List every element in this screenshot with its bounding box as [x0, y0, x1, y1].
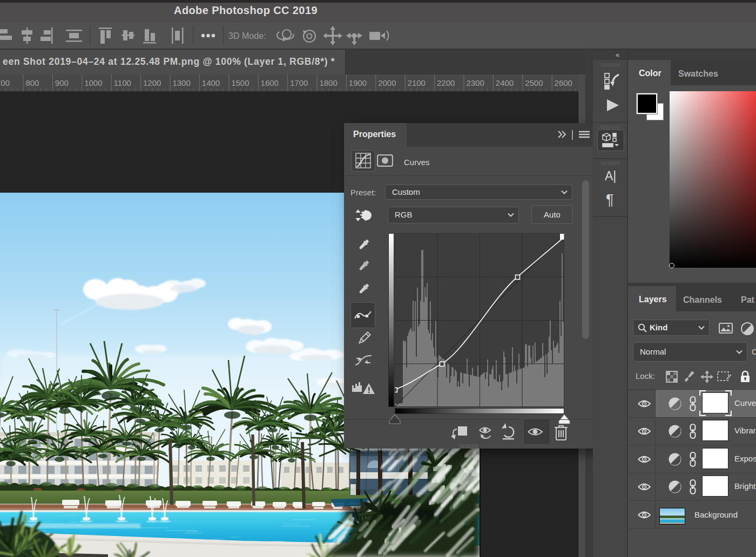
svg-text:2200: 2200: [437, 78, 455, 87]
svg-text:1000: 1000: [84, 78, 102, 87]
svg-text:1200: 1200: [143, 78, 161, 87]
svg-text:2300: 2300: [466, 78, 484, 87]
svg-text:3D Mode:: 3D Mode:: [228, 31, 266, 40]
svg-text:2000: 2000: [378, 78, 396, 87]
svg-text:700: 700: [0, 78, 10, 87]
svg-text:2100: 2100: [408, 78, 426, 87]
svg-text:800: 800: [25, 78, 39, 87]
svg-text:1600: 1600: [261, 78, 279, 87]
svg-text:2400: 2400: [496, 78, 514, 87]
svg-text:1400: 1400: [202, 78, 220, 87]
svg-text:2600: 2600: [555, 78, 572, 87]
svg-text:1500: 1500: [231, 78, 249, 87]
svg-text:900: 900: [55, 78, 69, 87]
svg-text:2500: 2500: [525, 78, 543, 87]
svg-text:1100: 1100: [114, 78, 131, 87]
svg-text:1700: 1700: [290, 78, 308, 87]
svg-text:1900: 1900: [349, 78, 367, 87]
svg-text:1800: 1800: [319, 78, 337, 87]
svg-text:1300: 1300: [172, 78, 190, 87]
